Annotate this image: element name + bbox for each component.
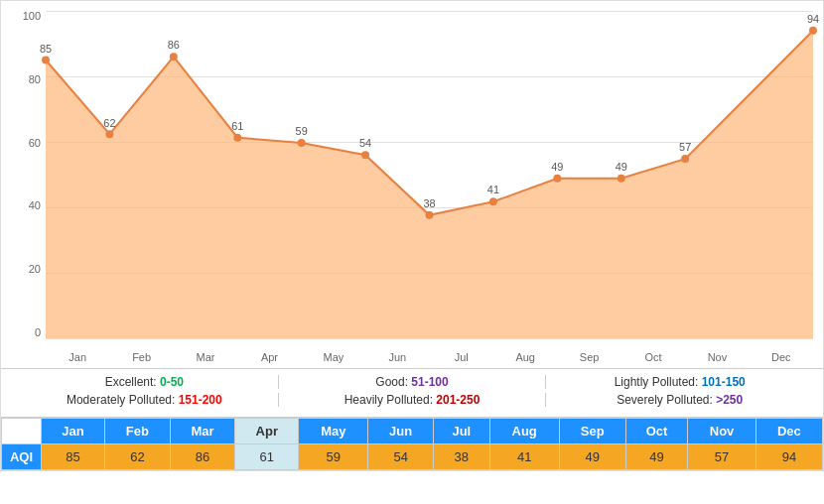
table-data-row: AQI 85 62 86 61 59 54 38 41 49 49 57 94	[2, 444, 823, 470]
y-label-60: 60	[29, 138, 41, 149]
x-label-oct: Oct	[621, 351, 685, 363]
val-mar: 86	[170, 444, 235, 470]
label-dec: 94	[807, 13, 819, 25]
legend-moderate: Moderately Polluted: 151-200	[11, 393, 278, 407]
x-label-jun: Jun	[365, 351, 429, 363]
val-dec: 94	[755, 444, 822, 470]
val-may: 59	[299, 444, 368, 470]
chart-inner: 85 62 86 61 59 54 38 41 49 49 57 94 Jan …	[46, 11, 813, 338]
label-apr: 61	[231, 120, 243, 132]
point-sep	[553, 175, 561, 183]
point-jul	[426, 211, 434, 219]
val-jun: 54	[368, 444, 434, 470]
x-label-nov: Nov	[685, 351, 749, 363]
label-jun: 54	[359, 137, 371, 149]
x-label-may: May	[302, 351, 365, 363]
val-oct: 49	[625, 444, 688, 470]
label-jan: 85	[40, 43, 52, 55]
x-label-mar: Mar	[174, 351, 237, 363]
val-aug: 41	[489, 444, 559, 470]
grid-line-0	[46, 338, 813, 339]
y-label-0: 0	[35, 327, 41, 338]
data-table: Jan Feb Mar Apr May Jun Jul Aug Sep Oct …	[1, 418, 823, 470]
point-apr	[233, 134, 241, 142]
point-mar	[170, 53, 178, 61]
val-feb: 62	[105, 444, 171, 470]
th-sep: Sep	[559, 419, 625, 444]
y-label-20: 20	[29, 264, 41, 275]
main-container: 100 80 60 40 20 0	[0, 0, 824, 471]
label-may: 59	[296, 125, 308, 137]
x-label-jul: Jul	[430, 351, 493, 363]
th-feb: Feb	[105, 419, 171, 444]
th-jul: Jul	[433, 419, 489, 444]
label-oct: 49	[616, 161, 627, 173]
y-label-40: 40	[29, 200, 41, 211]
table-area: Jan Feb Mar Apr May Jun Jul Aug Sep Oct …	[1, 417, 823, 470]
th-apr: Apr	[235, 419, 299, 444]
val-apr: 61	[235, 444, 299, 470]
chart-area-fill	[46, 31, 813, 338]
x-label-aug: Aug	[493, 351, 557, 363]
legend-area: Excellent: 0-50 Good: 51-100 Lightly Pol…	[1, 368, 823, 417]
legend-row-1: Excellent: 0-50 Good: 51-100 Lightly Pol…	[11, 375, 813, 389]
point-nov	[681, 155, 689, 163]
th-may: May	[299, 419, 368, 444]
legend-heavily: Heavily Polluted: 201-250	[278, 393, 546, 407]
val-jan: 85	[42, 444, 105, 470]
row-label-aqi: AQI	[2, 444, 42, 470]
label-aug: 41	[487, 184, 499, 195]
x-axis: Jan Feb Mar Apr May Jun Jul Aug Sep Oct …	[46, 351, 813, 363]
legend-good: Good: 51-100	[278, 375, 546, 389]
y-label-100: 100	[23, 11, 41, 22]
chart-svg: 85 62 86 61 59 54 38 41 49 49 57 94	[46, 11, 813, 338]
x-label-dec: Dec	[750, 351, 813, 363]
label-nov: 57	[679, 141, 691, 153]
point-dec	[809, 27, 817, 35]
chart-area: 100 80 60 40 20 0	[1, 1, 823, 368]
th-mar: Mar	[170, 419, 235, 444]
point-oct	[618, 175, 625, 183]
label-mar: 86	[168, 39, 180, 51]
legend-row-2: Moderately Polluted: 151-200 Heavily Pol…	[11, 393, 813, 407]
th-nov: Nov	[688, 419, 756, 444]
point-aug	[489, 197, 497, 205]
legend-severely: Severely Polluted: >250	[545, 393, 813, 407]
legend-excellent: Excellent: 0-50	[11, 375, 278, 389]
table-corner	[2, 419, 42, 444]
th-jun: Jun	[368, 419, 434, 444]
th-oct: Oct	[625, 419, 688, 444]
point-jan	[42, 57, 50, 64]
th-jan: Jan	[42, 419, 105, 444]
val-nov: 57	[688, 444, 756, 470]
val-jul: 38	[433, 444, 489, 470]
label-feb: 62	[103, 117, 115, 129]
label-sep: 49	[551, 161, 563, 173]
val-sep: 49	[559, 444, 625, 470]
x-label-sep: Sep	[557, 351, 620, 363]
x-label-jan: Jan	[46, 351, 109, 363]
x-label-apr: Apr	[237, 351, 301, 363]
point-may	[298, 139, 306, 147]
th-dec: Dec	[755, 419, 822, 444]
point-feb	[105, 130, 113, 138]
y-label-80: 80	[29, 74, 41, 85]
table-header-row: Jan Feb Mar Apr May Jun Jul Aug Sep Oct …	[2, 419, 823, 444]
point-jun	[361, 151, 369, 159]
y-axis: 100 80 60 40 20 0	[1, 11, 46, 338]
legend-lightly: Lightly Polluted: 101-150	[545, 375, 813, 389]
th-aug: Aug	[489, 419, 559, 444]
label-jul: 38	[423, 197, 435, 209]
x-label-feb: Feb	[109, 351, 173, 363]
